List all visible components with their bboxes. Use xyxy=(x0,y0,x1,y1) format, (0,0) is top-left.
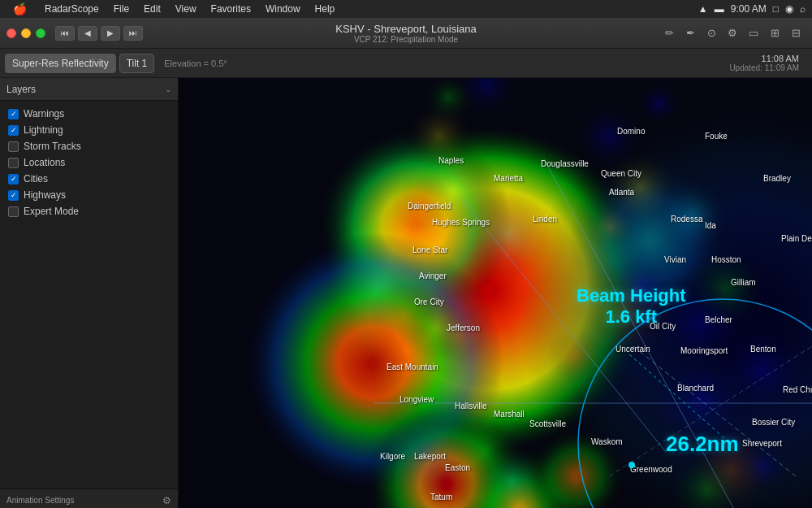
layer-label-locations: Locations xyxy=(24,157,65,168)
animation-gear-icon[interactable]: ⚙ xyxy=(162,495,171,506)
layer-item-lightning[interactable]: Lightning xyxy=(0,122,178,138)
sidebar-dropdown-icon[interactable]: ⌄ xyxy=(165,85,171,93)
layer-checkbox-storm-tracks[interactable] xyxy=(8,141,19,152)
clock-display: 9:00 AM xyxy=(731,3,767,15)
layer-item-expert-mode[interactable]: Expert Mode xyxy=(0,203,178,219)
next-button[interactable]: ⏭ xyxy=(123,26,143,41)
title-center: KSHV - Shreveport, Louisiana VCP 212: Pr… xyxy=(335,23,476,44)
edit-icon[interactable]: ✏ xyxy=(661,25,677,41)
layer-label-highways: Highways xyxy=(24,189,66,201)
radar-map[interactable]: Beam Height 1.6 kft 26.2nm DominoFoukeMa… xyxy=(179,78,812,508)
minimize-button[interactable] xyxy=(21,28,31,38)
layer-item-cities[interactable]: Cities xyxy=(0,171,178,187)
screen-icon[interactable]: □ xyxy=(773,3,779,15)
play-back-button[interactable]: ◀ xyxy=(78,26,97,41)
menu-favorites[interactable]: Favorites xyxy=(205,2,257,16)
layer-checkbox-lightning[interactable] xyxy=(8,125,19,136)
station-title[interactable]: KSHV - Shreveport, Louisiana xyxy=(335,23,476,35)
animation-bar: Animation Settings ⚙ Slow Fast 6 frames xyxy=(0,488,178,508)
person-icon[interactable]: ◉ xyxy=(785,3,793,15)
split-icon[interactable]: ⊟ xyxy=(788,25,804,41)
menubar: 🍎 RadarScope File Edit View Favorites Wi… xyxy=(0,0,812,18)
beam-height-line1: Beam Height xyxy=(577,285,685,306)
apple-menu[interactable]: 🍎 xyxy=(6,1,33,17)
animation-settings-row: Animation Settings ⚙ xyxy=(6,495,171,506)
menu-radarscope[interactable]: RadarScope xyxy=(38,2,106,16)
layer-item-warnings[interactable]: Warnings xyxy=(0,106,178,122)
layer-label-cities: Cities xyxy=(24,173,48,185)
updated-time: Updated: 11:09 AM xyxy=(729,63,799,72)
close-button[interactable] xyxy=(6,28,16,38)
play-button[interactable]: ▶ xyxy=(101,26,120,41)
product-button[interactable]: Super-Res Reflectivity xyxy=(5,54,116,73)
layer-item-locations[interactable]: Locations xyxy=(0,154,178,171)
menu-edit[interactable]: Edit xyxy=(137,2,167,16)
layer-label-storm-tracks: Storm Tracks xyxy=(24,141,81,152)
menu-file[interactable]: File xyxy=(107,2,136,16)
monitor-icon[interactable]: ▭ xyxy=(745,25,762,41)
menubar-right: ▲ ▬ 9:00 AM □ ◉ ⌕ xyxy=(698,3,806,15)
layer-checkbox-locations[interactable] xyxy=(8,158,19,168)
settings-icon[interactable]: ⚙ xyxy=(724,25,741,41)
menu-window[interactable]: Window xyxy=(259,2,307,16)
vcp-label: VCP 212: Precipitation Mode xyxy=(335,35,476,44)
sidebar-header: Layers ⌄ xyxy=(0,78,178,101)
layer-item-highways[interactable]: Highways xyxy=(0,187,178,203)
beam-height-line2: 1.6 kft xyxy=(577,306,685,328)
maximize-button[interactable] xyxy=(36,28,45,38)
time-display: 11:08 AM Updated: 11:09 AM xyxy=(729,54,799,72)
layer-checkbox-warnings[interactable] xyxy=(8,109,19,119)
sidebar: Layers ⌄ WarningsLightningStorm TracksLo… xyxy=(0,78,179,508)
layer-checkbox-expert-mode[interactable] xyxy=(8,206,19,217)
title-right-icons: ✏ ✒ ⊙ ⚙ ▭ ⊞ ⊟ xyxy=(661,25,804,41)
beam-height-label: Beam Height 1.6 kft xyxy=(577,285,685,328)
title-bar: ⏮ ◀ ▶ ⏭ KSHV - Shreveport, Louisiana VCP… xyxy=(0,18,812,49)
traffic-lights xyxy=(6,28,45,38)
prev-button[interactable]: ⏮ xyxy=(55,26,75,41)
grid-icon[interactable]: ⊞ xyxy=(767,25,783,41)
elevation-display: Elevation = 0.5° xyxy=(164,59,227,68)
draw-icon[interactable]: ✒ xyxy=(682,25,698,41)
wifi-icon[interactable]: ▲ xyxy=(698,3,708,15)
tilt-button[interactable]: Tilt 1 xyxy=(119,54,155,73)
layer-list: WarningsLightningStorm TracksLocationsCi… xyxy=(0,101,178,488)
menu-help[interactable]: Help xyxy=(309,2,342,16)
layer-checkbox-cities[interactable] xyxy=(8,174,19,185)
battery-icon: ▬ xyxy=(715,3,724,15)
sidebar-title: Layers xyxy=(6,84,36,95)
current-time: 11:08 AM xyxy=(729,54,799,63)
animation-settings-label: Animation Settings xyxy=(6,496,74,505)
layer-label-warnings: Warnings xyxy=(24,108,64,119)
record-icon[interactable]: ⊙ xyxy=(703,25,719,41)
search-icon[interactable]: ⌕ xyxy=(800,3,806,15)
layer-label-expert-mode: Expert Mode xyxy=(24,206,79,217)
layer-item-storm-tracks[interactable]: Storm Tracks xyxy=(0,138,178,154)
window-controls: ⏮ ◀ ▶ ⏭ xyxy=(55,26,143,41)
layer-label-lightning: Lightning xyxy=(24,124,63,136)
distance-label: 26.2nm xyxy=(666,432,739,457)
menu-view[interactable]: View xyxy=(169,2,203,16)
toolbar: Super-Res Reflectivity Tilt 1 Elevation … xyxy=(0,49,812,78)
main-layout: Layers ⌄ WarningsLightningStorm TracksLo… xyxy=(0,78,812,508)
layer-checkbox-highways[interactable] xyxy=(8,190,19,201)
